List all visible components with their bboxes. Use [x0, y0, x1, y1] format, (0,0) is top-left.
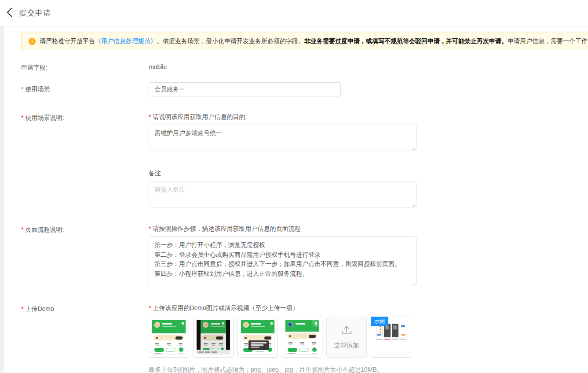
required-mark: *: [21, 226, 23, 233]
scene-desc-hint: *请说明该应用获取用户信息的目的:: [149, 113, 588, 121]
page-flow-hint: *请按照操作步骤，描述该应用获取用户信息的页面流程: [149, 225, 588, 233]
mock-header: [152, 320, 186, 333]
required-mark: *: [21, 85, 23, 92]
usage-scene-label: *使用场景:: [21, 85, 149, 93]
user-info-spec-link[interactable]: 《用户信息处理规范》: [95, 37, 157, 45]
notice-banner: ! 请严格遵守开放平台《用户信息处理规范》。依据业务场景，最小化申请开发业务所必…: [21, 33, 588, 50]
chevron-down-icon: [179, 86, 184, 93]
remark-textarea[interactable]: [149, 181, 416, 207]
required-mark: *: [149, 113, 151, 120]
apply-field-value: mobile: [149, 63, 167, 70]
required-mark: *: [21, 305, 23, 312]
demo-image-4[interactable]: [282, 317, 322, 358]
upload-add-label: 立即添加: [334, 342, 359, 350]
example-thumbnail[interactable]: 示例: [371, 317, 411, 358]
row-usage-scene: *使用场景: 会员服务: [21, 82, 588, 96]
apply-field-label: 申请字段:: [21, 63, 149, 72]
mock-auth-toast: [248, 340, 269, 350]
upload-thumbnail-list: 立即添加 示例: [149, 317, 588, 358]
warning-icon: !: [29, 38, 36, 45]
page-flow-textarea[interactable]: 第一步：用户打开小程序，浏览无需授权 第二步：登录会员中心或购买商品需用户授权手…: [149, 236, 416, 286]
example-phone-4: [400, 324, 406, 337]
row-upload-demo: *上传Demo *上传该应用的Demo图片或演示视频（至少上传一项）: [21, 304, 588, 373]
back-button[interactable]: [0, 0, 19, 26]
example-badge: 示例: [371, 317, 388, 326]
content-panel: ! 请严格遵守开放平台《用户信息处理规范》。依据业务场景，最小化申请开发业务所必…: [4, 26, 588, 373]
upload-demo-label: *上传Demo: [21, 304, 149, 373]
row-page-flow: *页面流程说明: *请按照操作步骤，描述该应用获取用户信息的页面流程 第一步：用…: [21, 225, 588, 288]
upload-icon: [340, 325, 353, 337]
usage-scene-select[interactable]: 会员服务: [149, 82, 341, 96]
scene-desc-label: *使用场景说明:: [21, 113, 149, 209]
demo-image-3[interactable]: [237, 317, 278, 358]
page-flow-label: *页面流程说明:: [21, 225, 149, 288]
mini-program-screenshot: [197, 320, 230, 354]
notice-text-middle: 。依据业务场景，最小化申请开发业务所必须的字段。: [157, 37, 304, 45]
upload-note: 最多上传5张图片，图片格式必须为：png、jpeg、jpg，且单张图片大小不超过…: [149, 366, 588, 373]
page-title: 提交申请: [19, 8, 51, 18]
row-apply-field: 申请字段: mobile: [21, 63, 588, 72]
scene-desc-textarea[interactable]: 需维护用户多端账号统一: [149, 125, 416, 151]
demo-image-2[interactable]: [193, 317, 234, 358]
mini-program-screenshot: [152, 320, 186, 354]
row-scene-description: *使用场景说明: *请说明该应用获取用户信息的目的: 需维护用户多端账号统一 备…: [21, 113, 588, 209]
notice-text-bold: 非业务需要过度申请，或填写不规范等会驳回申请，并可能禁止再次申请。: [304, 37, 508, 45]
mock-avatar: [154, 322, 160, 328]
page-header: 提交申请: [0, 0, 588, 26]
mini-program-screenshot: [241, 320, 274, 354]
remark-label: 备注: [149, 170, 588, 177]
required-mark: *: [149, 304, 151, 311]
example-phone-3: [392, 324, 398, 337]
mini-program-screenshot: [285, 320, 319, 354]
mock-member-banner: [154, 335, 184, 340]
notice-text-suffix: 申请用户信息，需要一个工作日左右的审核时间，请耐: [508, 37, 588, 45]
upload-demo-hint: *上传该应用的Demo图片或演示视频（至少上传一项）: [149, 304, 588, 312]
required-mark: *: [149, 225, 151, 232]
required-mark: *: [21, 114, 23, 121]
chevron-left-icon: [6, 7, 14, 20]
upload-add-button[interactable]: 立即添加: [326, 317, 367, 358]
notice-text-prefix: 请严格遵守开放平台: [40, 37, 95, 45]
demo-image-1[interactable]: [149, 317, 189, 358]
usage-scene-selected-value: 会员服务: [154, 85, 179, 93]
